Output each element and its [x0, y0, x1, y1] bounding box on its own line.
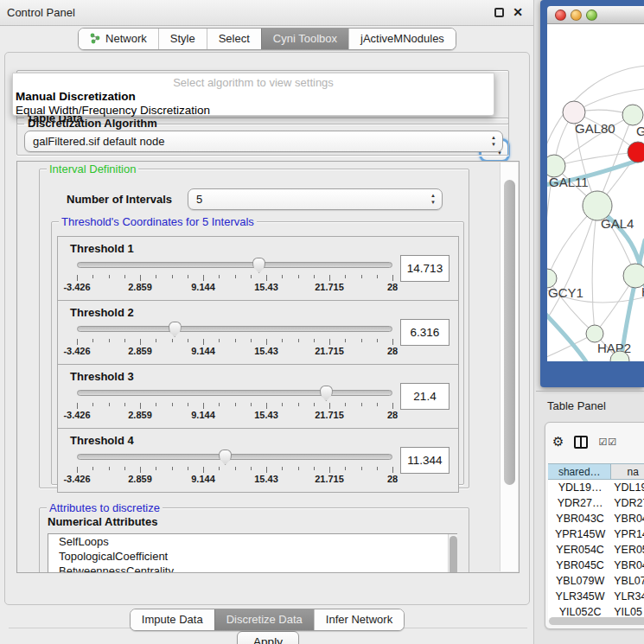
attribute-list-item[interactable]: TopologicalCoefficient [48, 549, 456, 564]
tick-mark [124, 339, 125, 342]
column-header-name[interactable]: na [611, 464, 644, 479]
bottom-tab-impute-data[interactable]: Impute Data [131, 609, 214, 630]
tick-label: 9.144 [191, 282, 215, 292]
network-window-titlebar[interactable] [547, 6, 644, 24]
table-row[interactable]: YBL079WYBL07 [548, 573, 644, 589]
threshold-slider-track[interactable] [77, 454, 392, 460]
threshold-value-field[interactable]: 11.344 [400, 447, 450, 474]
number-of-intervals-combobox[interactable]: 5 ▲▼ [188, 188, 443, 210]
algorithm-option[interactable]: Manual Discretization [13, 90, 494, 104]
zoom-light-icon[interactable] [586, 10, 597, 21]
cell-shared-name[interactable]: YBL079W [548, 573, 612, 589]
threshold-slider-thumb[interactable] [169, 322, 182, 337]
cell-name[interactable]: YBR04 [612, 558, 644, 573]
cell-shared-name[interactable]: YPR145W [548, 526, 612, 542]
cell-shared-name[interactable]: YBR045C [548, 558, 612, 573]
cell-name[interactable]: YDR27 [612, 495, 644, 511]
network-node[interactable] [628, 142, 644, 163]
close-light-icon[interactable] [555, 10, 566, 21]
minimize-light-icon[interactable] [571, 10, 582, 21]
tab-group: NetworkStyleSelectCyni ToolboxjActiveMNo… [78, 28, 456, 50]
threshold-value-field[interactable]: 6.316 [400, 319, 450, 346]
tick-mark [392, 339, 393, 345]
tab-select[interactable]: Select [207, 29, 261, 49]
table-row[interactable]: YER054CYER05 [548, 542, 644, 558]
tab-cyni-toolbox[interactable]: Cyni Toolbox [261, 29, 348, 49]
attributes-scrollbar-thumb[interactable] [450, 536, 457, 572]
attribute-list-item[interactable]: BetweennessCentrality [48, 564, 456, 572]
tab-network[interactable]: Network [79, 29, 158, 49]
cell-shared-name[interactable]: YDR27… [548, 495, 612, 511]
tick-mark [266, 275, 267, 281]
algorithm-option[interactable]: Equal Width/Frequency Discretization [13, 104, 494, 118]
network-view-window[interactable]: GAL80GAGAL11GAL4GCY1HHAP2 [540, 0, 644, 387]
cell-shared-name[interactable]: YBR043C [548, 511, 612, 526]
numerical-attributes-label: Numerical Attributes [48, 515, 157, 528]
tick-mark [77, 339, 78, 345]
tick-label: 28 [387, 410, 398, 420]
threshold-slider-thumb[interactable] [252, 258, 265, 273]
bottom-tab-infer-network[interactable]: Infer Network [314, 609, 404, 630]
threshold-slider-track[interactable] [77, 390, 392, 396]
numerical-attributes-list[interactable]: SelfLoopsTopologicalCoefficientBetweenne… [48, 533, 457, 572]
table-row[interactable]: YPR145WYPR14 [548, 526, 644, 542]
cell-name[interactable]: YLR34 [612, 589, 644, 604]
tick-mark [314, 275, 315, 278]
tab-jactivemnodules[interactable]: jActiveMNodules [348, 29, 456, 49]
columns-icon[interactable] [574, 436, 588, 449]
tick-mark [345, 275, 346, 278]
tick-label: 9.144 [191, 474, 215, 484]
panel-divider[interactable] [536, 391, 644, 392]
bottom-tab-label: Impute Data [142, 613, 203, 626]
gear-icon[interactable]: ⚙ [552, 434, 564, 450]
settings-scrollbar[interactable] [500, 163, 518, 571]
attribute-list-item[interactable]: SelfLoops [48, 534, 456, 549]
cell-shared-name[interactable]: YER054C [548, 542, 612, 558]
algorithm-popup-hint: Select algorithm to view settings [13, 76, 494, 89]
select-checkboxes-icon[interactable]: ☑☑ [598, 437, 617, 448]
table-rows: YDL19…YDL19YDR27…YDR27YBR043CYBR04YPR145… [548, 480, 644, 620]
table-row[interactable]: YBR045CYBR04 [548, 558, 644, 573]
tick-mark [282, 275, 283, 278]
cell-name[interactable]: YER05 [612, 542, 644, 558]
close-icon[interactable]: ✕ [513, 5, 523, 19]
tick-mark [140, 339, 141, 345]
settings-scrollpane: Interval Definition Number of Intervals … [16, 161, 520, 573]
threshold-slider-track[interactable] [77, 262, 392, 268]
slider-tick-labels: -3.4262.8599.14415.4321.71528 [77, 410, 392, 420]
cell-shared-name[interactable]: YDL19… [548, 480, 612, 495]
table-row[interactable]: YBR043CYBR04 [548, 511, 644, 526]
table-horizontal-scrollbar[interactable] [549, 617, 644, 625]
cell-name[interactable]: YDL19 [612, 480, 644, 495]
table-data-combobox[interactable]: galFiltered.sif default node ▲▼ [24, 131, 503, 152]
cell-shared-name[interactable]: YLR345W [548, 589, 612, 604]
bottom-tab-discretize-data[interactable]: Discretize Data [214, 609, 314, 630]
settings-scrollbar-thumb[interactable] [504, 180, 515, 485]
tick-label: 2.859 [128, 474, 152, 484]
tick-mark [266, 403, 267, 409]
threshold-slider-thumb[interactable] [219, 450, 232, 465]
cell-name[interactable]: YPR14 [612, 526, 644, 542]
threshold-label: Threshold 2 [70, 306, 134, 319]
threshold-value-field[interactable]: 21.4 [400, 383, 450, 410]
network-canvas[interactable]: GAL80GAGAL11GAL4GCY1HHAP2 [547, 24, 644, 361]
attributes-list-scrollbar[interactable] [448, 534, 457, 572]
threshold-slider-track[interactable] [77, 326, 392, 332]
threshold-value-field[interactable]: 14.713 [400, 255, 450, 282]
tick-mark [172, 403, 173, 406]
cell-name[interactable]: YBR04 [612, 511, 644, 526]
bottom-tab-label: Discretize Data [226, 613, 303, 626]
threshold-slider-thumb[interactable] [320, 386, 333, 401]
column-header-shared[interactable]: shared… [548, 464, 611, 479]
float-window-icon[interactable] [494, 8, 504, 17]
network-node[interactable] [622, 105, 643, 125]
tick-mark [377, 339, 378, 342]
tab-style[interactable]: Style [158, 29, 207, 49]
network-node[interactable] [586, 325, 603, 342]
table-row[interactable]: YDR27…YDR27 [548, 495, 644, 511]
threshold-panel: Threshold 3-3.4262.8599.14415.4321.71528… [57, 364, 459, 429]
table-row[interactable]: YLR345WYLR34 [548, 589, 644, 604]
apply-button[interactable]: Apply [237, 631, 299, 644]
cell-name[interactable]: YBL07 [612, 573, 644, 589]
table-row[interactable]: YDL19…YDL19 [548, 480, 644, 495]
